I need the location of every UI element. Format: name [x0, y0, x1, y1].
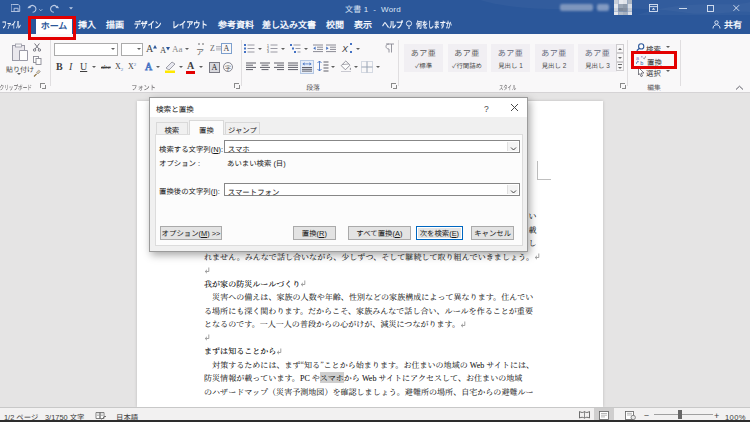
svg-text:3: 3 [267, 50, 269, 54]
svg-text:X: X [341, 44, 349, 54]
